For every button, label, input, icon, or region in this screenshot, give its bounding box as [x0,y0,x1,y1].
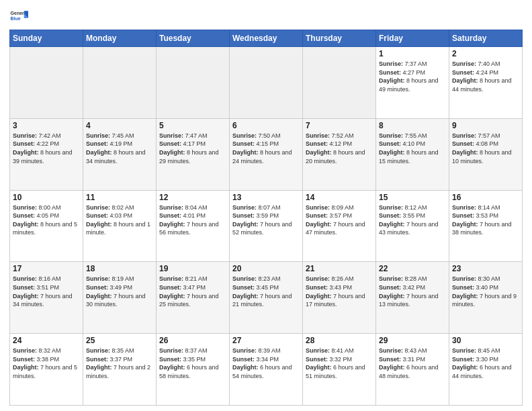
day-number: 11 [86,193,153,202]
day-number: 27 [232,336,300,345]
day-info: Sunrise: 8:28 AMSunset: 3:42 PMDaylight:… [379,275,446,308]
calendar-cell [303,47,376,119]
weekday-header-monday: Monday [83,30,157,47]
day-number: 28 [306,336,373,345]
calendar-cell: 19Sunrise: 8:21 AMSunset: 3:47 PMDayligh… [157,262,230,334]
day-info: Sunrise: 8:23 AMSunset: 3:45 PMDaylight:… [232,275,300,308]
day-info: Sunrise: 8:07 AMSunset: 3:59 PMDaylight:… [232,203,300,237]
calendar-cell: 5Sunrise: 7:47 AMSunset: 4:17 PMDaylight… [157,118,230,190]
day-info: Sunrise: 8:39 AMSunset: 3:34 PMDaylight:… [232,347,300,380]
logo: General Blue [9,7,28,26]
day-info: Sunrise: 7:57 AMSunset: 4:08 PMDaylight:… [452,132,519,165]
calendar-cell: 18Sunrise: 8:19 AMSunset: 3:49 PMDayligh… [83,262,157,334]
day-info: Sunrise: 8:32 AMSunset: 3:38 PMDaylight:… [13,347,80,380]
weekday-header-friday: Friday [376,30,449,47]
day-info: Sunrise: 8:09 AMSunset: 3:57 PMDaylight:… [306,203,373,237]
calendar-cell: 4Sunrise: 7:45 AMSunset: 4:19 PMDaylight… [83,118,157,190]
svg-text:Blue: Blue [11,16,21,21]
day-number: 15 [379,193,446,202]
day-info: Sunrise: 8:12 AMSunset: 3:55 PMDaylight:… [379,203,446,237]
day-number: 4 [86,121,153,130]
calendar-cell: 11Sunrise: 8:02 AMSunset: 4:03 PMDayligh… [83,190,157,262]
day-info: Sunrise: 8:14 AMSunset: 3:53 PMDaylight:… [452,203,519,237]
calendar-cell: 8Sunrise: 7:55 AMSunset: 4:10 PMDaylight… [376,118,449,190]
day-info: Sunrise: 7:52 AMSunset: 4:12 PMDaylight:… [306,132,373,165]
day-number: 8 [379,121,446,130]
calendar-cell: 20Sunrise: 8:23 AMSunset: 3:45 PMDayligh… [230,262,303,334]
calendar-cell [83,47,157,119]
calendar-cell: 12Sunrise: 8:04 AMSunset: 4:01 PMDayligh… [157,190,230,262]
calendar-cell: 6Sunrise: 7:50 AMSunset: 4:15 PMDaylight… [230,118,303,190]
calendar-cell [10,47,83,119]
calendar-cell: 23Sunrise: 8:30 AMSunset: 3:40 PMDayligh… [449,262,523,334]
day-info: Sunrise: 7:40 AMSunset: 4:24 PMDaylight:… [452,60,519,93]
calendar-cell: 2Sunrise: 7:40 AMSunset: 4:24 PMDaylight… [449,47,523,119]
day-number: 30 [452,336,519,345]
day-number: 2 [452,49,519,58]
weekday-header-saturday: Saturday [449,30,523,47]
calendar-cell: 17Sunrise: 8:16 AMSunset: 3:51 PMDayligh… [10,262,83,334]
calendar-cell: 30Sunrise: 8:45 AMSunset: 3:30 PMDayligh… [449,334,523,406]
day-info: Sunrise: 8:19 AMSunset: 3:49 PMDaylight:… [86,275,153,308]
weekday-header-wednesday: Wednesday [230,30,303,47]
day-info: Sunrise: 8:16 AMSunset: 3:51 PMDaylight:… [13,275,80,308]
day-number: 26 [159,336,226,345]
day-number: 17 [13,264,80,273]
calendar-cell: 26Sunrise: 8:37 AMSunset: 3:35 PMDayligh… [157,334,230,406]
day-info: Sunrise: 8:41 AMSunset: 3:32 PMDaylight:… [306,347,373,380]
day-number: 23 [452,264,519,273]
day-info: Sunrise: 7:47 AMSunset: 4:17 PMDaylight:… [159,132,226,165]
calendar-cell: 24Sunrise: 8:32 AMSunset: 3:38 PMDayligh… [10,334,83,406]
day-number: 14 [306,193,373,202]
day-number: 25 [86,336,153,345]
calendar-cell [230,47,303,119]
day-number: 7 [306,121,373,130]
day-number: 6 [232,121,300,130]
day-info: Sunrise: 7:45 AMSunset: 4:19 PMDaylight:… [86,132,153,165]
day-number: 9 [452,121,519,130]
weekday-header-thursday: Thursday [303,30,376,47]
calendar-cell: 21Sunrise: 8:26 AMSunset: 3:43 PMDayligh… [303,262,376,334]
day-number: 21 [306,264,373,273]
calendar-cell: 13Sunrise: 8:07 AMSunset: 3:59 PMDayligh… [230,190,303,262]
day-number: 29 [379,336,446,345]
weekday-header-sunday: Sunday [10,30,83,47]
day-number: 20 [232,264,300,273]
day-info: Sunrise: 7:37 AMSunset: 4:27 PMDaylight:… [379,60,446,93]
day-number: 16 [452,193,519,202]
calendar-table: SundayMondayTuesdayWednesdayThursdayFrid… [9,30,523,406]
calendar-cell [157,47,230,119]
calendar-cell: 22Sunrise: 8:28 AMSunset: 3:42 PMDayligh… [376,262,449,334]
calendar-cell: 14Sunrise: 8:09 AMSunset: 3:57 PMDayligh… [303,190,376,262]
day-info: Sunrise: 7:55 AMSunset: 4:10 PMDaylight:… [379,132,446,165]
calendar-cell: 27Sunrise: 8:39 AMSunset: 3:34 PMDayligh… [230,334,303,406]
calendar-cell: 1Sunrise: 7:37 AMSunset: 4:27 PMDaylight… [376,47,449,119]
day-info: Sunrise: 8:37 AMSunset: 3:35 PMDaylight:… [159,347,226,380]
calendar-cell: 3Sunrise: 7:42 AMSunset: 4:22 PMDaylight… [10,118,83,190]
day-info: Sunrise: 8:45 AMSunset: 3:30 PMDaylight:… [452,347,519,380]
day-info: Sunrise: 7:50 AMSunset: 4:15 PMDaylight:… [232,132,300,165]
calendar-cell: 15Sunrise: 8:12 AMSunset: 3:55 PMDayligh… [376,190,449,262]
calendar-cell: 9Sunrise: 7:57 AMSunset: 4:08 PMDaylight… [449,118,523,190]
day-number: 5 [159,121,226,130]
day-info: Sunrise: 8:30 AMSunset: 3:40 PMDaylight:… [452,275,519,308]
day-info: Sunrise: 8:02 AMSunset: 4:03 PMDaylight:… [86,203,153,237]
day-number: 19 [159,264,226,273]
day-info: Sunrise: 8:00 AMSunset: 4:05 PMDaylight:… [13,203,80,237]
day-number: 3 [13,121,80,130]
day-number: 18 [86,264,153,273]
day-number: 24 [13,336,80,345]
day-number: 13 [232,193,300,202]
day-number: 1 [379,49,446,58]
day-info: Sunrise: 8:21 AMSunset: 3:47 PMDaylight:… [159,275,226,308]
day-info: Sunrise: 8:35 AMSunset: 3:37 PMDaylight:… [86,347,153,380]
day-number: 10 [13,193,80,202]
calendar-cell: 16Sunrise: 8:14 AMSunset: 3:53 PMDayligh… [449,190,523,262]
day-info: Sunrise: 7:42 AMSunset: 4:22 PMDaylight:… [13,132,80,165]
calendar-cell: 7Sunrise: 7:52 AMSunset: 4:12 PMDaylight… [303,118,376,190]
weekday-header-tuesday: Tuesday [157,30,230,47]
day-info: Sunrise: 8:26 AMSunset: 3:43 PMDaylight:… [306,275,373,308]
calendar-cell: 10Sunrise: 8:00 AMSunset: 4:05 PMDayligh… [10,190,83,262]
calendar-cell: 25Sunrise: 8:35 AMSunset: 3:37 PMDayligh… [83,334,157,406]
day-info: Sunrise: 8:04 AMSunset: 4:01 PMDaylight:… [159,203,226,237]
